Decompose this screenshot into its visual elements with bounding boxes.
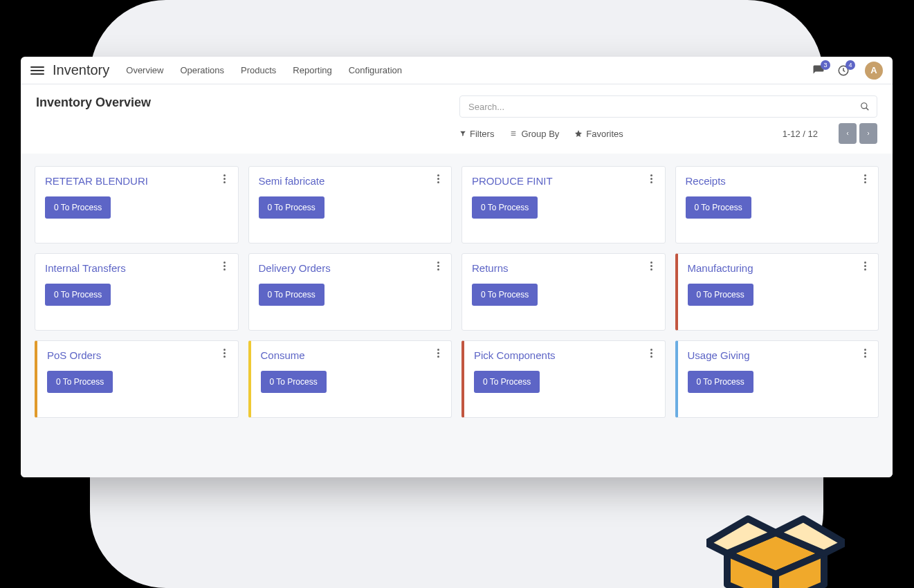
nav-reporting[interactable]: Reporting [293,65,331,75]
card-title[interactable]: PoS Orders [47,349,228,361]
nav-operations[interactable]: Operations [180,65,224,75]
card-title[interactable]: Delivery Orders [259,262,442,274]
hamburger-icon[interactable] [30,64,44,77]
card-grid: RETETAR BLENDURI0 To ProcessSemi fabrica… [35,166,879,418]
process-button[interactable]: 0 To Process [686,196,751,219]
kebab-icon[interactable] [859,259,871,272]
kebab-icon[interactable] [859,172,871,185]
operation-card: Consume0 To Process [248,340,453,418]
kebab-icon[interactable] [432,259,444,272]
kebab-icon[interactable] [219,259,231,272]
process-button[interactable]: 0 To Process [259,284,325,306]
nav-products[interactable]: Products [241,65,276,75]
operation-card: Semi fabricate0 To Process [248,166,453,244]
controls-right: Filters Group By Favorites 1-12 / 12 [459,95,877,144]
process-button[interactable]: 0 To Process [688,284,753,306]
operation-card: Usage Giving0 To Process [675,340,879,418]
kebab-icon[interactable] [219,347,231,359]
card-title[interactable]: Internal Transfers [45,262,228,274]
filters-label: Filters [470,129,494,139]
activity-icon[interactable]: 4 [836,63,851,78]
process-button[interactable]: 0 To Process [688,371,753,393]
search-icon[interactable] [860,102,870,111]
svg-line-2 [866,108,869,111]
chat-icon[interactable]: 3 [811,63,826,78]
svg-point-1 [861,103,867,109]
prev-page-button[interactable] [839,123,857,144]
kebab-icon[interactable] [646,259,658,272]
process-button[interactable]: 0 To Process [472,196,538,219]
card-title[interactable]: PRODUCE FINIT [472,175,655,187]
kebab-icon[interactable] [859,347,871,359]
favorites-button[interactable]: Favorites [574,129,623,139]
kebab-icon[interactable] [646,172,658,185]
next-page-button[interactable] [859,123,877,144]
toolbar-secondary: Filters Group By Favorites 1-12 / 12 [459,123,877,144]
nav-configuration[interactable]: Configuration [349,65,402,75]
operation-card: Returns0 To Process [461,253,666,331]
operation-card: Internal Transfers0 To Process [35,253,239,331]
process-button[interactable]: 0 To Process [259,196,325,219]
box-illustration-icon [706,512,845,588]
operation-card: Delivery Orders0 To Process [248,253,453,331]
operation-card: RETETAR BLENDURI0 To Process [35,166,239,244]
kebab-icon[interactable] [432,172,444,185]
process-button[interactable]: 0 To Process [474,371,540,393]
top-nav: Inventory Overview Operations Products R… [21,57,893,84]
card-title[interactable]: Receipts [686,175,869,187]
content-area: RETETAR BLENDURI0 To ProcessSemi fabrica… [21,154,893,477]
filters-button[interactable]: Filters [459,129,494,139]
card-title[interactable]: Returns [472,262,655,274]
groupby-button[interactable]: Group By [509,129,559,139]
process-button[interactable]: 0 To Process [261,371,327,393]
avatar[interactable]: A [865,62,883,80]
record-range: 1-12 / 12 [783,129,818,139]
groupby-label: Group By [521,129,559,139]
pager [839,123,877,144]
operation-card: Receipts0 To Process [675,166,879,244]
process-button[interactable]: 0 To Process [472,284,538,306]
process-button[interactable]: 0 To Process [45,284,111,306]
app-title: Inventory [53,62,109,78]
card-title[interactable]: Manufacturing [688,262,869,274]
chat-badge: 3 [821,60,830,70]
page-title: Inventory Overview [36,95,151,110]
process-button[interactable]: 0 To Process [47,371,113,393]
kebab-icon[interactable] [219,172,231,185]
operation-card: Manufacturing0 To Process [675,253,879,331]
card-title[interactable]: Usage Giving [688,349,869,361]
control-row: Inventory Overview Filters Group By [21,84,893,144]
search-box[interactable] [459,95,877,118]
activity-badge: 4 [846,60,855,70]
app-window: Inventory Overview Operations Products R… [21,57,893,477]
nav-links: Overview Operations Products Reporting C… [126,65,402,75]
card-title[interactable]: Semi fabricate [259,175,442,187]
operation-card: Pick Components0 To Process [461,340,666,418]
nav-overview[interactable]: Overview [126,65,163,75]
card-title[interactable]: RETETAR BLENDURI [45,175,228,187]
search-input[interactable] [467,101,860,113]
favorites-label: Favorites [586,129,623,139]
card-title[interactable]: Consume [261,349,442,361]
kebab-icon[interactable] [432,347,444,359]
operation-card: PoS Orders0 To Process [35,340,239,418]
kebab-icon[interactable] [646,347,658,359]
operation-card: PRODUCE FINIT0 To Process [461,166,666,244]
process-button[interactable]: 0 To Process [45,196,111,219]
card-title[interactable]: Pick Components [474,349,655,361]
